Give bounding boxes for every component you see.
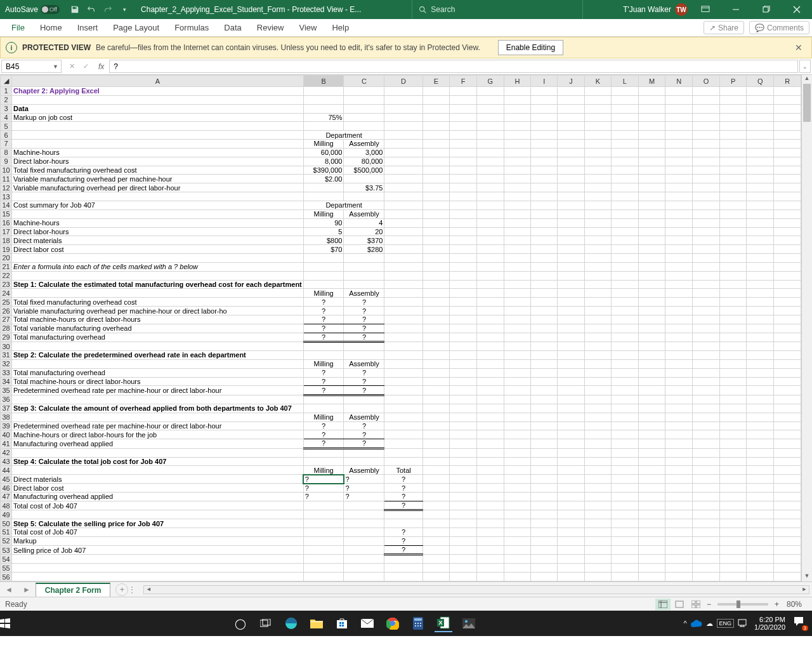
cell-B27[interactable]: ? <box>303 315 344 324</box>
cell-B34[interactable]: ? <box>303 377 344 386</box>
cell-I4[interactable] <box>531 113 558 122</box>
cell-G46[interactable] <box>476 484 504 493</box>
cell-O6[interactable] <box>693 131 720 140</box>
cell-I27[interactable] <box>531 315 558 324</box>
cell-K19[interactable] <box>584 245 612 254</box>
cell-H38[interactable] <box>504 413 531 421</box>
cell-B53[interactable] <box>303 545 344 555</box>
notifications-icon[interactable]: 3 <box>793 616 808 631</box>
cell-A26[interactable]: Variable manufacturing overhead per mach… <box>12 307 304 315</box>
cell-E35[interactable] <box>422 386 450 395</box>
cell-D29[interactable] <box>384 333 422 342</box>
redo-icon[interactable] <box>102 3 114 16</box>
cell-K50[interactable] <box>584 519 612 528</box>
cell-K32[interactable] <box>584 359 612 368</box>
cell-M1[interactable] <box>638 87 665 96</box>
cell-F45[interactable] <box>450 475 477 484</box>
cell-R40[interactable] <box>774 430 801 439</box>
cell-H53[interactable] <box>504 545 531 555</box>
cell-H30[interactable] <box>504 342 531 351</box>
row-header-23[interactable]: 23 <box>1 280 12 289</box>
cell-J10[interactable] <box>558 166 584 175</box>
cell-I49[interactable] <box>531 510 558 519</box>
search-box[interactable]: Search <box>412 0 583 19</box>
cell-D17[interactable] <box>384 227 422 236</box>
cell-M10[interactable] <box>638 166 665 175</box>
cell-Q50[interactable] <box>747 519 774 528</box>
cell-J20[interactable] <box>558 254 584 263</box>
cell-L33[interactable] <box>612 368 638 377</box>
cell-K17[interactable] <box>584 227 612 236</box>
cell-O52[interactable] <box>693 536 720 545</box>
store-icon[interactable] <box>333 614 351 632</box>
cell-P32[interactable] <box>719 359 747 368</box>
cell-C12[interactable]: $3.75 <box>344 183 384 192</box>
cell-N53[interactable] <box>665 545 693 555</box>
cell-B10[interactable]: $390,000 <box>303 166 344 175</box>
cell-O51[interactable] <box>693 528 720 537</box>
cell-L32[interactable] <box>612 359 638 368</box>
cell-F47[interactable] <box>450 492 477 501</box>
row-header-22[interactable]: 22 <box>1 271 12 280</box>
cell-K25[interactable] <box>584 298 612 307</box>
cell-D12[interactable] <box>384 183 422 192</box>
cell-K5[interactable] <box>584 122 612 131</box>
cell-B18[interactable]: $800 <box>303 236 344 245</box>
cell-F39[interactable] <box>450 421 477 430</box>
cell-J6[interactable] <box>558 131 584 140</box>
cell-P6[interactable] <box>719 131 747 140</box>
cell-J48[interactable] <box>558 501 584 510</box>
cell-L22[interactable] <box>612 271 638 280</box>
cell-M35[interactable] <box>638 386 665 395</box>
cell-I8[interactable] <box>531 148 558 157</box>
cell-B28[interactable]: ? <box>303 324 344 333</box>
cell-H37[interactable] <box>504 404 531 413</box>
cell-R11[interactable] <box>774 175 801 183</box>
row-header-36[interactable]: 36 <box>1 395 12 404</box>
cell-A23[interactable]: Step 1: Calculate the estimated total ma… <box>12 280 304 289</box>
cell-Q40[interactable] <box>747 430 774 439</box>
cell-N29[interactable] <box>665 333 693 342</box>
cell-J31[interactable] <box>558 351 584 360</box>
cell-J29[interactable] <box>558 333 584 342</box>
cell-N54[interactable] <box>665 555 693 564</box>
row-header-53[interactable]: 53 <box>1 545 12 555</box>
row-header-50[interactable]: 50 <box>1 519 12 528</box>
cell-P9[interactable] <box>719 157 747 166</box>
cell-J23[interactable] <box>558 280 584 289</box>
cell-G4[interactable] <box>476 113 504 122</box>
cell-P52[interactable] <box>719 536 747 545</box>
cell-C53[interactable] <box>344 545 384 555</box>
cell-R37[interactable] <box>774 404 801 413</box>
cell-C4[interactable] <box>344 113 384 122</box>
row-header-21[interactable]: 21 <box>1 262 12 271</box>
cell-Q13[interactable] <box>747 192 774 201</box>
cell-F24[interactable] <box>450 289 477 298</box>
cell-G32[interactable] <box>476 359 504 368</box>
cell-C29[interactable]: ? <box>344 333 384 342</box>
col-header-O[interactable]: O <box>693 76 720 87</box>
cell-L10[interactable] <box>612 166 638 175</box>
cell-G30[interactable] <box>476 342 504 351</box>
cell-C22[interactable] <box>344 271 384 280</box>
cell-D36[interactable] <box>384 395 422 404</box>
cell-H12[interactable] <box>504 183 531 192</box>
cell-F35[interactable] <box>450 386 477 395</box>
cell-K45[interactable] <box>584 475 612 484</box>
undo-icon[interactable] <box>85 3 98 16</box>
cell-A1[interactable]: Chapter 2: Applying Excel <box>12 87 304 96</box>
cell-J37[interactable] <box>558 404 584 413</box>
cell-D44[interactable]: Total <box>384 466 422 475</box>
cell-P11[interactable] <box>719 175 747 183</box>
cell-Q48[interactable] <box>747 501 774 510</box>
cell-J52[interactable] <box>558 536 584 545</box>
cell-J28[interactable] <box>558 324 584 333</box>
row-header-55[interactable]: 55 <box>1 564 12 573</box>
cell-M4[interactable] <box>638 113 665 122</box>
cell-M27[interactable] <box>638 315 665 324</box>
cell-D42[interactable] <box>384 448 422 457</box>
cell-L48[interactable] <box>612 501 638 510</box>
cell-F30[interactable] <box>450 342 477 351</box>
cell-J51[interactable] <box>558 528 584 537</box>
cell-I19[interactable] <box>531 245 558 254</box>
